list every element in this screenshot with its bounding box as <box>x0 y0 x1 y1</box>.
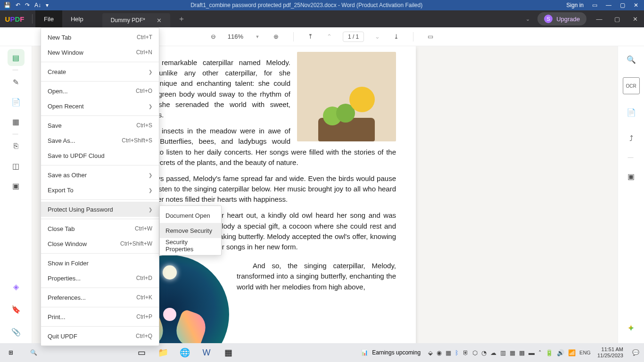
page-tool-icon[interactable]: ▦ <box>8 113 25 130</box>
menu-preferences[interactable]: Preferences...Ctrl+K <box>41 290 159 305</box>
menu-close-tab[interactable]: Close TabCtrl+W <box>41 221 159 236</box>
news-text: Earnings upcoming <box>372 349 421 356</box>
tab-overflow-icon[interactable]: ⌄ <box>518 16 537 22</box>
menu-show-folder[interactable]: Show in Folder <box>41 255 159 271</box>
tray-icon[interactable]: ▦ <box>446 349 451 356</box>
ai-assistant-icon[interactable]: ✦ <box>623 320 640 337</box>
ocr-tool-icon[interactable]: OCR <box>623 77 640 94</box>
layers-icon[interactable]: ◈ <box>8 278 25 295</box>
redo-icon[interactable]: ↷ <box>25 2 30 8</box>
updf-minimize-icon[interactable]: — <box>590 10 608 27</box>
menu-close-window[interactable]: Close WindowCtrl+Shift+W <box>41 236 159 251</box>
reader-mode-icon[interactable]: ▤ <box>8 49 25 66</box>
rail-separator: — <box>628 156 635 158</box>
help-menu-button[interactable]: Help <box>62 10 92 27</box>
word-minimize-icon[interactable]: — <box>606 2 611 8</box>
notification-center-icon[interactable]: 💬 <box>627 343 644 362</box>
zoom-in-icon[interactable]: ⊕ <box>271 31 282 42</box>
bluetooth-icon[interactable]: ᛒ <box>455 349 459 356</box>
toolbar-separator <box>293 32 294 41</box>
tray-icon[interactable]: ⬙ <box>428 349 433 356</box>
menu-save-cloud[interactable]: Save to UPDF Cloud <box>41 148 159 163</box>
more-icon[interactable]: ▾ <box>46 2 49 8</box>
news-widget[interactable]: 📊 Earnings upcoming <box>356 349 425 356</box>
new-tab-button[interactable]: ＋ <box>178 14 185 24</box>
file-menu-button[interactable]: File <box>35 10 62 27</box>
language-indicator[interactable]: ENG <box>579 350 591 355</box>
share-icon[interactable]: ⤴ <box>623 130 640 147</box>
menu-new-window[interactable]: New WindowCtrl+N <box>41 45 159 60</box>
zoom-dropdown-icon[interactable]: ▼ <box>252 31 263 42</box>
page-indicator[interactable]: 1 / 1 <box>343 32 364 42</box>
save-icon[interactable]: 💾 <box>4 2 11 8</box>
menu-new-tab[interactable]: New TabCtrl+T <box>41 30 159 45</box>
zoom-out-icon[interactable]: ⊖ <box>208 31 219 42</box>
export-file-icon[interactable]: 📄 <box>623 104 640 121</box>
tray-icon[interactable]: ▥ <box>500 349 506 356</box>
task-view-icon[interactable]: ▭ <box>131 343 152 362</box>
tray-icon[interactable]: ▦ <box>510 349 515 356</box>
submenu-document-open[interactable]: Document Open <box>160 208 221 223</box>
start-button[interactable]: ⊞ <box>0 343 22 362</box>
word-close-icon[interactable]: ✕ <box>634 2 638 8</box>
tray-icon[interactable]: ▩ <box>519 349 525 356</box>
word-document-title: Draft1_combine password protected pdf_25… <box>52 2 561 8</box>
submenu-remove-security[interactable]: Remove Security <box>160 223 221 238</box>
tray-icon[interactable]: ▬ <box>528 349 535 356</box>
zoom-value[interactable]: 116% <box>227 33 244 40</box>
search-icon[interactable]: 🔍 <box>623 51 640 68</box>
menu-save-other[interactable]: Save as Other❯ <box>41 167 159 182</box>
bookmark-icon[interactable]: 🔖 <box>8 301 25 318</box>
menu-quit[interactable]: Quit UPDFCtrl+Q <box>41 329 159 344</box>
user-avatar: S <box>544 15 553 23</box>
updf-close-icon[interactable]: ✕ <box>626 10 644 27</box>
redact-tool-icon[interactable]: ▣ <box>8 177 25 194</box>
menu-print[interactable]: Print...Ctrl+P <box>41 309 159 324</box>
presentation-icon[interactable]: ▭ <box>425 31 436 42</box>
last-page-icon[interactable]: ⤓ <box>390 31 402 42</box>
undo-icon[interactable]: ↶ <box>16 2 20 8</box>
updf-maximize-icon[interactable]: ▢ <box>608 10 626 27</box>
file-explorer-icon[interactable]: 📁 <box>153 343 173 362</box>
document-tab[interactable]: Dummy PDF* ✕ <box>102 13 170 27</box>
menu-create[interactable]: Create❯ <box>41 64 159 79</box>
menu-open[interactable]: Open...Ctrl+O <box>41 83 159 99</box>
tray-icon[interactable]: ⬡ <box>472 349 478 356</box>
highlight-tool-icon[interactable]: ✎ <box>8 74 25 90</box>
crop-tool-icon[interactable]: ◫ <box>8 157 25 174</box>
volume-icon[interactable]: 🔊 <box>557 349 564 356</box>
word-maximize-icon[interactable]: ▢ <box>620 2 625 8</box>
menu-protect-password[interactable]: Protect Using Password❯ <box>41 202 159 217</box>
battery-icon[interactable]: 🔋 <box>545 349 553 356</box>
first-page-icon[interactable]: ⤒ <box>305 31 316 42</box>
tray-icon[interactable]: ◉ <box>437 349 442 356</box>
organize-tool-icon[interactable]: ⎘ <box>8 138 25 155</box>
menu-save-as[interactable]: Save As...Ctrl+Shift+S <box>41 133 159 148</box>
submenu-security-properties[interactable]: Security Properties <box>160 238 221 253</box>
prev-page-icon[interactable]: ⌃ <box>324 31 335 42</box>
tray-icon[interactable]: ☁ <box>490 349 496 356</box>
signin-link[interactable]: Sign in <box>566 2 584 8</box>
ribbon-mode-icon[interactable]: ▭ <box>592 2 597 8</box>
tray-icon[interactable]: ⛨ <box>462 349 469 356</box>
updf-logo: UPDF <box>0 15 29 23</box>
stamp-tool-icon[interactable]: ▣ <box>623 168 640 185</box>
edit-text-tool-icon[interactable]: 📄 <box>8 93 25 110</box>
menu-open-recent[interactable]: Open Recent❯ <box>41 99 159 114</box>
taskbar-clock[interactable]: 11:51 AM 11/25/2023 <box>594 346 627 359</box>
search-button[interactable]: 🔍 <box>23 343 44 362</box>
menu-properties[interactable]: Properties...Ctrl+D <box>41 271 159 286</box>
upgrade-button[interactable]: S Upgrade <box>537 12 586 25</box>
wifi-icon[interactable]: 📶 <box>568 349 576 356</box>
tab-close-icon[interactable]: ✕ <box>157 17 162 24</box>
tray-chevron-icon[interactable]: ˄ <box>538 349 542 356</box>
word-icon[interactable]: W <box>196 343 217 362</box>
tray-icon[interactable]: ◔ <box>481 349 487 356</box>
font-icon[interactable]: A↓ <box>34 2 41 8</box>
attachment-icon[interactable]: 📎 <box>8 323 25 340</box>
next-page-icon[interactable]: ⌄ <box>372 31 383 42</box>
chrome-icon[interactable]: 🌐 <box>174 343 195 362</box>
menu-export-to[interactable]: Export To❯ <box>41 182 159 197</box>
menu-save[interactable]: SaveCtrl+S <box>41 118 159 133</box>
app-icon[interactable]: ▦ <box>218 343 239 362</box>
